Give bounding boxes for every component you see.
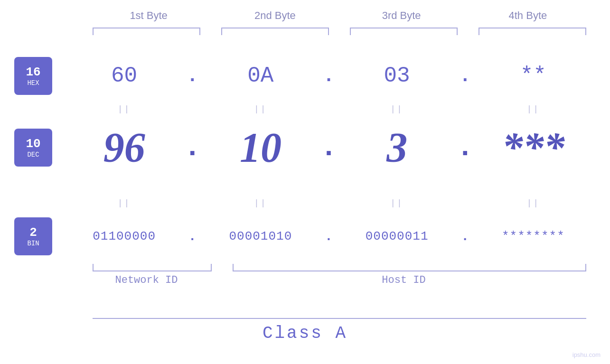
dec-b3: 3 [339, 123, 455, 171]
hex-d1: . [182, 65, 203, 87]
bin-b2: 00001010 [203, 229, 318, 243]
dec-b1: 96 [66, 123, 182, 171]
hex-b3: 03 [339, 64, 455, 88]
byte-headers: 1st Byte 2nd Byte 3rd Byte 4th Byte [85, 9, 591, 22]
bin-row: 2 BIN 01100000 . 00001010 . 00000011 . *… [0, 217, 610, 255]
eq2-b1: || [66, 198, 182, 208]
eq2-b4: || [476, 198, 591, 208]
spacer [458, 28, 479, 35]
spacer [329, 28, 350, 35]
eq1-b1: || [66, 104, 182, 114]
eq1-b2: || [203, 104, 318, 114]
top-bracket-4 [479, 28, 586, 35]
class-label: Class A [0, 324, 610, 343]
dec-b4: *** [476, 123, 591, 171]
main-layout: 1st Byte 2nd Byte 3rd Byte 4th Byte 16 H… [0, 0, 610, 364]
hex-d3: . [455, 65, 476, 87]
dec-badge: 10 DEC [14, 129, 52, 167]
bottom-bracket-234 [233, 264, 586, 271]
top-bracket-3 [350, 28, 458, 35]
bin-badge: 2 BIN [14, 217, 52, 255]
hex-badge: 16 HEX [14, 57, 52, 95]
eq1-b4: || [476, 104, 591, 114]
equals-row-1: || || || || [66, 104, 591, 114]
bin-b1: 01100000 [66, 229, 182, 243]
bin-badge-num: 2 [29, 225, 37, 240]
dec-badge-base: DEC [27, 151, 39, 159]
top-bracket-2 [221, 28, 329, 35]
bottom-brackets [93, 264, 586, 271]
watermark: ipshu.com [572, 351, 601, 358]
bin-b4: ******** [476, 229, 591, 243]
hex-b1: 60 [66, 64, 182, 88]
host-id-label: Host ID [221, 274, 586, 286]
dec-d1: . [182, 131, 203, 164]
hex-badge-base: HEX [27, 79, 39, 87]
bottom-bracket-1 [93, 264, 212, 271]
eq1-b3: || [339, 104, 455, 114]
dec-row: 10 DEC 96 . 10 . 3 . *** [0, 123, 610, 171]
hex-d2: . [319, 65, 339, 87]
hex-b4: ** [476, 64, 591, 88]
hex-badge-col: 16 HEX [0, 57, 66, 95]
bin-d3: . [455, 229, 476, 244]
bin-b3: 00000011 [339, 229, 455, 243]
hex-badge-num: 16 [26, 65, 40, 79]
header-byte2: 2nd Byte [212, 9, 338, 22]
class-bracket [93, 318, 586, 319]
bin-d2: . [319, 229, 339, 244]
bin-d1: . [182, 229, 203, 244]
dec-d2: . [319, 131, 339, 164]
bin-badge-base: BIN [27, 240, 39, 247]
dec-d3: . [455, 131, 476, 164]
eq2-b3: || [339, 198, 455, 208]
hex-row: 16 HEX 60 . 0A . 03 . ** [0, 57, 610, 95]
eq2-b2: || [203, 198, 318, 208]
spacer [200, 28, 221, 35]
dec-badge-col: 10 DEC [0, 129, 66, 167]
header-byte1: 1st Byte [85, 9, 212, 22]
bin-badge-col: 2 BIN [0, 217, 66, 255]
equals-row-2: || || || || [66, 198, 591, 208]
top-bracket-1 [93, 28, 200, 35]
dec-values: 96 . 10 . 3 . *** [66, 123, 610, 171]
hex-values: 60 . 0A . 03 . ** [66, 64, 610, 88]
bkt-spacer [212, 264, 233, 271]
dec-badge-num: 10 [26, 137, 40, 151]
dec-b2: 10 [203, 123, 318, 171]
network-id-label: Network ID [93, 274, 200, 286]
header-byte3: 3rd Byte [338, 9, 465, 22]
hex-b2: 0A [203, 64, 318, 88]
top-brackets [93, 28, 586, 35]
bin-values: 01100000 . 00001010 . 00000011 . *******… [66, 229, 610, 244]
header-byte4: 4th Byte [465, 9, 591, 22]
